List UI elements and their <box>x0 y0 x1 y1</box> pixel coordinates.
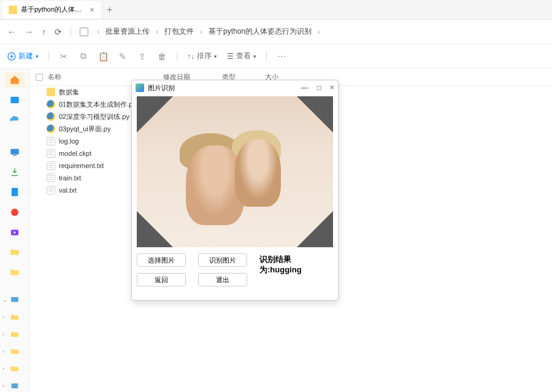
forward-icon[interactable]: → <box>25 27 33 37</box>
delete-icon[interactable]: 🗑 <box>157 52 167 61</box>
file-name: 03pyqt_ui界面.py <box>59 125 110 134</box>
col-name[interactable]: 名称 <box>48 72 61 82</box>
select-image-button[interactable]: 选择图片 <box>137 253 186 267</box>
svg-rect-8 <box>12 383 18 388</box>
image-display <box>137 96 333 247</box>
tab-bar: 基于python的人体姿态行为识别 × + <box>0 0 552 20</box>
refresh-icon[interactable]: ⟳ <box>55 27 62 37</box>
file-name: 02深度学习模型训练.py <box>59 112 129 121</box>
rail-download[interactable] <box>4 165 25 180</box>
back-button[interactable]: 返回 <box>137 273 186 286</box>
file-icon <box>47 137 55 145</box>
toolbar: 新建 ▾ ✂ ⧉ 📋 ✎ ⇪ 🗑 ↑↓ 排序 ▾ ☰ 查看 ▾ ⋯ <box>0 44 552 69</box>
file-icon <box>47 186 55 194</box>
file-icon <box>47 149 55 158</box>
rail-pc[interactable] <box>4 145 25 160</box>
file-name: log.log <box>59 137 79 145</box>
file-icon <box>47 174 55 182</box>
tree-toggle[interactable]: ⌄ <box>0 294 29 306</box>
more-icon[interactable]: ⋯ <box>277 52 286 61</box>
list-icon: ☰ <box>227 52 234 61</box>
tree-item-5[interactable]: › <box>0 380 29 392</box>
file-name: 01数据集文本生成制作.py <box>59 100 136 109</box>
tree-item-4[interactable]: › <box>0 363 29 375</box>
up-icon[interactable]: ↑ <box>42 27 46 37</box>
svg-rect-3 <box>13 155 17 156</box>
rail-cloud[interactable] <box>4 112 25 128</box>
file-name: model.ckpt <box>59 150 91 157</box>
close-icon[interactable]: × <box>90 5 94 15</box>
new-button[interactable]: 新建 ▾ <box>7 51 39 61</box>
rail-video[interactable] <box>4 225 25 240</box>
maximize-icon[interactable]: □ <box>317 83 321 92</box>
file-icon <box>47 161 55 170</box>
py-icon <box>47 125 55 133</box>
rename-icon[interactable]: ✎ <box>118 52 128 61</box>
svg-rect-2 <box>10 149 19 155</box>
exit-button[interactable]: 退出 <box>198 273 247 286</box>
recognition-dialog: 图片识别 — □ × 选择图片 返回 识别图片 退出 识别结果为:hugging <box>131 80 339 301</box>
tab-title: 基于python的人体姿态行为识别 <box>21 5 86 14</box>
py-icon <box>47 100 55 109</box>
app-icon <box>136 83 144 92</box>
result-output: 识别结果为:hugging <box>259 253 333 286</box>
py-icon <box>47 112 55 121</box>
rail-home[interactable] <box>4 72 25 88</box>
rail-doc[interactable] <box>4 185 25 200</box>
side-rail: ⌄ › › › › › <box>0 69 29 392</box>
sort-icon: ↑↓ <box>187 52 194 61</box>
path-root-icon[interactable] <box>80 28 88 36</box>
tree-item-3[interactable]: › <box>0 345 29 358</box>
nav-bar: ← → ↑ ⟳ › 批量资源上传 › 打包文件 › 基于python的人体姿态行… <box>0 20 552 44</box>
svg-rect-1 <box>10 97 19 104</box>
crumb-2[interactable]: 基于python的人体姿态行为识别 <box>209 26 312 37</box>
file-name: train.txt <box>59 174 81 182</box>
plus-icon <box>7 52 16 61</box>
folder-icon <box>47 88 55 96</box>
rail-music[interactable] <box>4 205 25 220</box>
file-name: requirement.txt <box>59 162 104 169</box>
tab-active[interactable]: 基于python的人体姿态行为识别 × <box>2 1 101 18</box>
sort-button[interactable]: ↑↓ 排序 ▾ <box>187 51 217 61</box>
svg-rect-7 <box>11 297 18 302</box>
breadcrumb: › 批量资源上传 › 打包文件 › 基于python的人体姿态行为识别 › <box>97 26 320 37</box>
close-dialog-icon[interactable]: × <box>330 83 334 92</box>
crumb-1[interactable]: 打包文件 <box>164 26 194 37</box>
svg-rect-4 <box>11 188 18 197</box>
recognize-button[interactable]: 识别图片 <box>198 253 247 267</box>
crumb-0[interactable]: 批量资源上传 <box>105 26 150 37</box>
copy-icon[interactable]: ⧉ <box>79 52 88 61</box>
rail-image[interactable] <box>4 93 25 108</box>
view-button[interactable]: ☰ 查看 ▾ <box>227 51 256 61</box>
minimize-icon[interactable]: — <box>301 83 309 92</box>
paste-icon[interactable]: 📋 <box>98 52 108 61</box>
rail-folder-1[interactable] <box>4 245 25 260</box>
back-icon[interactable]: ← <box>7 27 16 37</box>
share-icon[interactable]: ⇪ <box>137 52 147 61</box>
dialog-title-bar: 图片识别 — □ × <box>132 80 338 95</box>
select-all-checkbox[interactable] <box>36 74 43 81</box>
folder-icon <box>9 6 17 14</box>
tab-add-button[interactable]: + <box>101 4 118 15</box>
tree-item-1[interactable]: › <box>0 311 29 323</box>
rail-folder-2[interactable] <box>4 264 25 280</box>
file-name: val.txt <box>59 186 77 194</box>
chevron-down-icon: ▾ <box>36 53 39 60</box>
tree-item-2[interactable]: › <box>0 328 29 340</box>
dialog-title: 图片识别 <box>148 83 175 93</box>
file-name: 数据集 <box>59 88 79 97</box>
svg-point-5 <box>11 209 18 216</box>
cut-icon[interactable]: ✂ <box>59 52 69 61</box>
